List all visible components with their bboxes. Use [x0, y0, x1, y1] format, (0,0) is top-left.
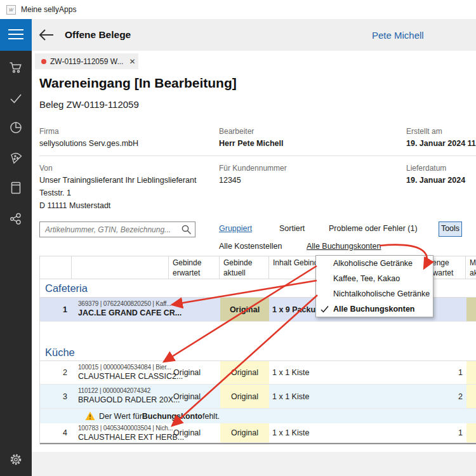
- unsaved-indicator-dot: [41, 59, 46, 64]
- filter-kostenstellen[interactable]: Alle Kostenstellen: [219, 242, 282, 251]
- dropdown-item-alle-buchungskonten[interactable]: Alle Buchungskonten: [316, 301, 433, 317]
- warning-text-suffix: fehlt.: [202, 412, 220, 421]
- app-window: w Meine sellyApps Offene Belege Pete Mic…: [0, 0, 476, 476]
- tab-label: ZW-0119-112059 W...: [50, 57, 123, 66]
- row-warning: Der Wert für Buchungskonto fehlt.: [40, 409, 476, 423]
- filter-gruppiert[interactable]: Gruppiert: [219, 224, 252, 233]
- menge-erwartet-cell: 1: [420, 361, 465, 384]
- title-bar: w Meine sellyApps: [0, 0, 476, 19]
- col-header-artikel: [72, 256, 169, 279]
- article-cell: 369379 | 07622400820250 | Kaff... JAC.LE…: [78, 298, 208, 321]
- dropdown-item-alkoholische[interactable]: Alkoholische Getränke: [316, 256, 433, 271]
- erstellt-am-label: Erstellt am: [406, 127, 442, 136]
- filter-sortiert[interactable]: Sortiert: [279, 224, 305, 233]
- field-divider: [39, 155, 476, 156]
- gebinde-aktuell-cell[interactable]: Original: [220, 361, 269, 384]
- tools-button[interactable]: Tools: [439, 221, 462, 237]
- back-arrow-icon[interactable]: [37, 27, 55, 43]
- firma-label: Firma: [39, 127, 59, 136]
- dropdown-item-label: Alle Buchungskonten: [333, 305, 414, 314]
- pie-chart-icon[interactable]: [9, 121, 23, 135]
- firma-value: sellysolutions Serv.ges.mbH: [39, 139, 138, 148]
- bearbeiter-value: Herr Pete Michell: [219, 139, 283, 148]
- row-number: 2: [40, 361, 72, 384]
- row-number: 1: [40, 298, 72, 321]
- filter-probleme[interactable]: Probleme oder Fehler (1): [329, 224, 418, 233]
- warning-text-prefix: Der Wert für: [99, 412, 142, 421]
- menge-aktuell-cell[interactable]: [466, 423, 476, 442]
- menge-erwartet-cell: 1: [420, 423, 465, 442]
- table-row-3[interactable]: 3 110122 | 00000042074342 BRAUGOLD RADLE…: [40, 385, 476, 409]
- von-line1: Unser Trainingslieferant Ihr Lieblingsli…: [39, 176, 196, 185]
- dropdown-item-kaffee[interactable]: Kaffee, Tee, Kakao: [316, 271, 433, 286]
- menge-aktuell-cell[interactable]: [466, 385, 476, 408]
- menge-aktuell-cell[interactable]: [466, 298, 476, 321]
- window-title: Meine sellyApps: [21, 5, 76, 14]
- col-header-menge-aktuell: Menge aktuell: [466, 256, 476, 279]
- kundennummer-value: 12345: [219, 176, 241, 185]
- col-header-gebinde-erwartet: Gebinde erwartet: [169, 256, 220, 279]
- user-link[interactable]: Pete Michell: [372, 30, 424, 41]
- von-line3: D 11111 Musterstadt: [39, 201, 110, 210]
- inhalt-gebinde-cell: 1 x 1 Kiste: [272, 385, 309, 408]
- book-icon[interactable]: [9, 181, 23, 195]
- filter-buchungskonten[interactable]: Alle Buchungskonten: [307, 242, 381, 251]
- tab-close-icon[interactable]: ✕: [123, 57, 141, 66]
- pizza-icon[interactable]: [9, 150, 23, 164]
- search-icon[interactable]: [181, 224, 192, 235]
- table-row-4[interactable]: 4 100783 | 04053400003504 | Nich... CLAU…: [40, 423, 476, 443]
- gebinde-erwartet-cell: Original: [169, 423, 220, 442]
- table-row-2[interactable]: 2 100015 | 00000040534084 | Bier... CLAU…: [40, 361, 476, 385]
- row-number: 3: [40, 385, 72, 408]
- col-header-gebinde-aktuell: Gebinde aktuell: [220, 256, 269, 279]
- von-line2: Teststr. 1: [39, 188, 71, 197]
- document-tab[interactable]: ZW-0119-112059 W... ✕: [35, 53, 138, 69]
- sidebar: [0, 51, 32, 476]
- gebinde-aktuell-cell[interactable]: Original: [220, 385, 269, 408]
- cart-icon[interactable]: [9, 61, 23, 75]
- inhalt-gebinde-cell: 1 x 1 Kiste: [272, 423, 309, 442]
- von-label: Von: [39, 164, 53, 173]
- page-header-title: Offene Belege: [65, 29, 131, 41]
- group-spacer: [40, 322, 476, 344]
- lieferdatum-label: Lieferdatum: [406, 164, 446, 173]
- buchungskonten-dropdown: Alkoholische Getränke Kaffee, Tee, Kakao…: [315, 255, 433, 317]
- article-name: JAC.LE GRAND CAFE CR...: [78, 308, 208, 317]
- bearbeiter-label: Bearbeiter: [219, 127, 254, 136]
- table-bottom-border: [40, 443, 476, 444]
- inhalt-gebinde-cell: 1 x 1 Kiste: [272, 361, 309, 384]
- hamburger-menu-icon[interactable]: [0, 19, 32, 51]
- dropdown-item-nichtalkoholische[interactable]: Nichtalkoholische Getränke: [316, 286, 433, 301]
- app-icon: w: [6, 5, 16, 15]
- gebinde-aktuell-cell[interactable]: Original: [220, 423, 269, 442]
- erstellt-am-value: 19. Januar 2024 11:20: [406, 139, 476, 148]
- kundennummer-label: Für Kundennummer: [219, 164, 287, 173]
- warning-field-name: Buchungskonto: [142, 412, 202, 421]
- col-header-num: [40, 256, 72, 279]
- search-box: [39, 221, 195, 237]
- lieferdatum-value: 19. Januar 2024: [406, 176, 465, 185]
- gebinde-erwartet-cell: Original: [169, 361, 220, 384]
- page-subtitle: Beleg ZW-0119-112059: [39, 99, 139, 110]
- gear-icon[interactable]: [9, 453, 23, 466]
- article-id: 369379 | 07622400820250 | Kaff...: [78, 300, 208, 307]
- warning-icon: [85, 411, 95, 421]
- check-icon: [320, 305, 329, 314]
- search-input[interactable]: [39, 221, 195, 237]
- page-title: Wareneingang [In Bearbeitung]: [39, 76, 237, 91]
- checkmark-icon[interactable]: [9, 91, 23, 105]
- menge-aktuell-cell[interactable]: [466, 361, 476, 384]
- gebinde-aktuell-cell[interactable]: Original: [220, 298, 269, 321]
- row-number: 4: [40, 423, 72, 442]
- group-header-kueche: Küche: [40, 344, 476, 361]
- share-icon[interactable]: [9, 211, 23, 225]
- footer-strip: [32, 452, 476, 476]
- menge-erwartet-cell: 2: [420, 385, 465, 408]
- gebinde-erwartet-cell: Original: [169, 385, 220, 408]
